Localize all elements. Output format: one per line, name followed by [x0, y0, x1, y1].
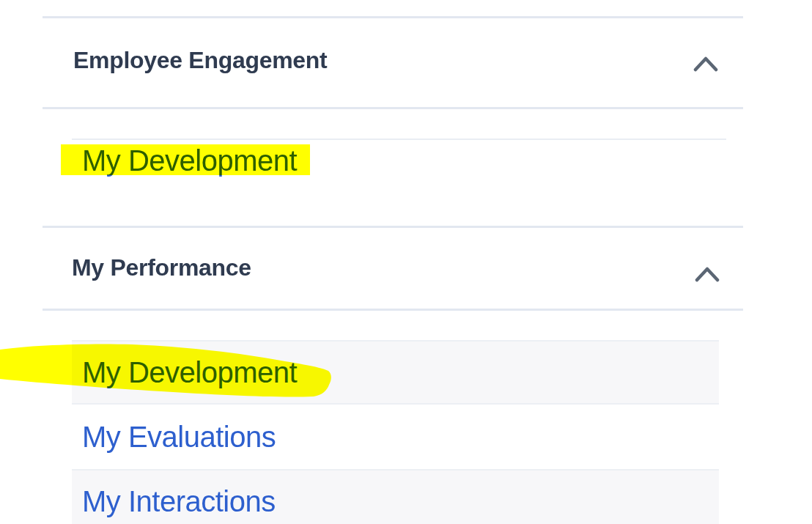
link-my-development-performance[interactable]: My Development	[82, 356, 297, 389]
panel-item-separator	[72, 139, 726, 140]
list-item-my-development[interactable]: My Development	[72, 340, 719, 405]
section-title-employee-engagement: Employee Engagement	[73, 47, 327, 74]
scrollbar-thumb[interactable]	[745, 0, 774, 524]
link-my-interactions[interactable]: My Interactions	[82, 485, 276, 518]
link-my-evaluations[interactable]: My Evaluations	[82, 421, 276, 454]
link-my-development-engagement[interactable]: My Development	[82, 144, 297, 177]
chevron-up-icon	[695, 273, 720, 284]
section-title-my-performance: My Performance	[72, 254, 251, 281]
chevron-up-icon	[693, 63, 718, 74]
list-item-my-interactions[interactable]: My Interactions	[72, 469, 719, 524]
section-bottom-divider	[43, 309, 743, 311]
collapse-section-button[interactable]	[693, 56, 718, 72]
section-top-divider	[43, 226, 743, 228]
section-top-divider	[43, 16, 743, 18]
list-item-my-evaluations[interactable]: My Evaluations	[72, 405, 719, 469]
section-bottom-divider	[43, 107, 743, 109]
collapse-section-button[interactable]	[695, 266, 720, 282]
